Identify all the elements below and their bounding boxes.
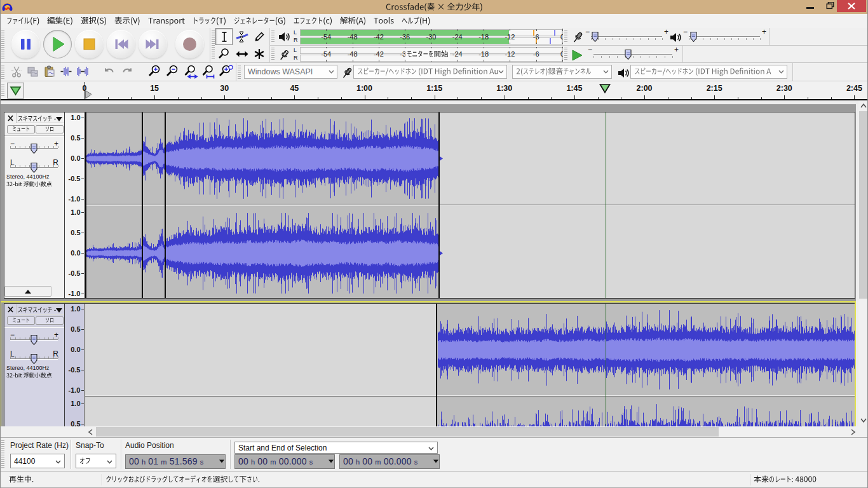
redo-button[interactable] bbox=[119, 64, 135, 80]
timeshift-tool-button[interactable] bbox=[233, 45, 250, 62]
slider-track[interactable] bbox=[593, 54, 672, 55]
silence-audio-button[interactable] bbox=[74, 64, 91, 80]
selection-end-timebox[interactable]: 00h00m00.000s bbox=[339, 454, 440, 469]
play-button[interactable] bbox=[43, 30, 72, 58]
recording-device-combo[interactable] bbox=[353, 65, 507, 79]
menu-select[interactable] bbox=[77, 14, 111, 28]
slider-thumb[interactable] bbox=[690, 31, 697, 43]
zoom-in-button[interactable] bbox=[147, 64, 163, 80]
restore-button[interactable] bbox=[821, 0, 837, 12]
fit-selection-button[interactable] bbox=[182, 64, 199, 80]
draw-tool-button[interactable] bbox=[250, 28, 268, 45]
ruler-grip[interactable] bbox=[1, 84, 4, 97]
playback-device-combo[interactable] bbox=[630, 65, 787, 79]
clip-boundary[interactable] bbox=[142, 112, 143, 299]
snap-to-combo[interactable] bbox=[76, 454, 116, 468]
playback-volume-slider[interactable]: −+ bbox=[563, 28, 769, 45]
play-speed-slider[interactable]: −+ bbox=[563, 46, 682, 63]
track-1[interactable]: −+LRStereo, 44100Hz1.00.50.0-0.5-1.01.00… bbox=[4, 112, 855, 299]
slider-thumb[interactable] bbox=[31, 143, 37, 154]
track-close-button[interactable] bbox=[6, 305, 15, 314]
record-button[interactable] bbox=[175, 30, 204, 58]
menu-effect[interactable] bbox=[290, 14, 336, 28]
playhead-triangle[interactable] bbox=[599, 83, 611, 93]
undo-button[interactable] bbox=[101, 64, 118, 80]
vertical-scrollbar[interactable] bbox=[858, 100, 868, 426]
stop-button[interactable] bbox=[75, 30, 104, 58]
menu-analyze[interactable] bbox=[336, 14, 370, 28]
menu-generate[interactable] bbox=[230, 14, 290, 28]
slider-thumb[interactable] bbox=[625, 49, 632, 60]
zoom-out-button[interactable] bbox=[165, 64, 181, 80]
project-rate-combo[interactable]: 44100 bbox=[10, 454, 65, 468]
pin-playhead-box[interactable] bbox=[7, 83, 24, 98]
multi-tool-button[interactable] bbox=[250, 45, 268, 62]
slider-thumb[interactable] bbox=[31, 334, 37, 346]
audio-position-timebox[interactable]: 00h01m51.569s bbox=[125, 454, 226, 469]
minimize-button[interactable] bbox=[799, 0, 821, 12]
fast-forward-button[interactable] bbox=[139, 30, 167, 58]
slider-thumb[interactable] bbox=[31, 353, 37, 365]
slider-thumb[interactable] bbox=[31, 162, 37, 173]
menu-edit[interactable] bbox=[43, 14, 77, 28]
timebox-arrow[interactable] bbox=[433, 460, 438, 463]
track-1-waveform-area[interactable] bbox=[85, 112, 855, 299]
timebox-arrow[interactable] bbox=[219, 460, 224, 463]
gain-slider[interactable]: −+ bbox=[4, 330, 64, 349]
playback-meter[interactable]: -54-48-42-36-30-24-18-12-60 bbox=[270, 28, 562, 45]
menu-tracks[interactable] bbox=[189, 14, 230, 28]
track-2[interactable]: −+LRStereo, 44100Hz1.00.50.0-0.5-1.01.00… bbox=[4, 303, 855, 427]
scroll-down-arrow[interactable] bbox=[858, 416, 868, 426]
recording-channels-combo[interactable] bbox=[512, 65, 612, 79]
timebox-arrow[interactable] bbox=[329, 460, 334, 463]
toolbar-grip[interactable] bbox=[1, 440, 4, 468]
menu-help[interactable] bbox=[398, 14, 434, 28]
selection-start-timebox[interactable]: 00h00m00.000s bbox=[234, 454, 335, 469]
menu-view[interactable] bbox=[111, 14, 144, 28]
toolbar-grip[interactable] bbox=[238, 65, 241, 79]
selection-tool-button[interactable] bbox=[215, 28, 233, 45]
solo-button[interactable] bbox=[36, 316, 64, 325]
menu-transport[interactable] bbox=[144, 14, 189, 28]
mute-button[interactable] bbox=[7, 125, 35, 134]
track-close-button[interactable] bbox=[6, 114, 15, 123]
track-name-arrow-icon[interactable] bbox=[56, 117, 62, 121]
collapse-button[interactable] bbox=[4, 286, 51, 297]
paste-button[interactable] bbox=[41, 64, 58, 80]
menu-file[interactable] bbox=[3, 14, 43, 28]
track-1-vertical-ruler[interactable]: 1.00.50.0-0.5-1.01.00.50.0-0.5-1.0 bbox=[65, 112, 85, 299]
scroll-up-arrow[interactable] bbox=[858, 100, 868, 111]
pause-button[interactable] bbox=[11, 30, 40, 58]
cut-button[interactable] bbox=[8, 64, 25, 80]
slider-track[interactable] bbox=[689, 36, 760, 37]
solo-button[interactable] bbox=[36, 125, 64, 134]
timeline-ruler[interactable]: 01530451:001:151:301:452:002:152:302:45 bbox=[0, 81, 868, 100]
mute-button[interactable] bbox=[7, 316, 35, 325]
play-start-marker[interactable] bbox=[85, 90, 93, 99]
track-2-waveform-area[interactable] bbox=[85, 304, 855, 427]
scroll-right-arrow[interactable] bbox=[848, 426, 858, 437]
track-name-arrow-icon[interactable] bbox=[56, 308, 62, 313]
copy-button[interactable] bbox=[25, 64, 41, 80]
h-scroll-thumb[interactable] bbox=[96, 427, 719, 437]
close-button[interactable] bbox=[837, 0, 866, 12]
toolbar-grip[interactable] bbox=[1, 65, 4, 79]
toolbar-grip[interactable] bbox=[212, 30, 215, 60]
menu-tools[interactable] bbox=[370, 14, 398, 28]
monitor-hint[interactable] bbox=[405, 50, 450, 61]
v-scroll-thumb[interactable] bbox=[859, 111, 867, 299]
audio-host-combo[interactable]: Windows WASAPI bbox=[244, 65, 337, 79]
toolbar-grip[interactable] bbox=[1, 30, 4, 60]
envelope-tool-button[interactable] bbox=[233, 28, 250, 45]
scroll-left-arrow[interactable] bbox=[85, 426, 95, 437]
trim-audio-button[interactable] bbox=[58, 64, 74, 80]
selection-mode-combo[interactable]: Start and End of Selection bbox=[234, 442, 438, 454]
zoom-tool-button[interactable] bbox=[215, 45, 233, 62]
horizontal-scrollbar[interactable] bbox=[0, 426, 858, 437]
clip-boundary[interactable] bbox=[165, 112, 166, 299]
gain-slider[interactable]: −+ bbox=[4, 139, 64, 158]
track-2-vertical-ruler[interactable]: 1.00.50.0-0.5-1.01.00.50.0-0.5-1.0 bbox=[65, 304, 85, 427]
fit-project-button[interactable] bbox=[200, 64, 217, 80]
rewind-button[interactable] bbox=[107, 30, 135, 58]
zoom-toggle-button[interactable] bbox=[218, 64, 234, 80]
